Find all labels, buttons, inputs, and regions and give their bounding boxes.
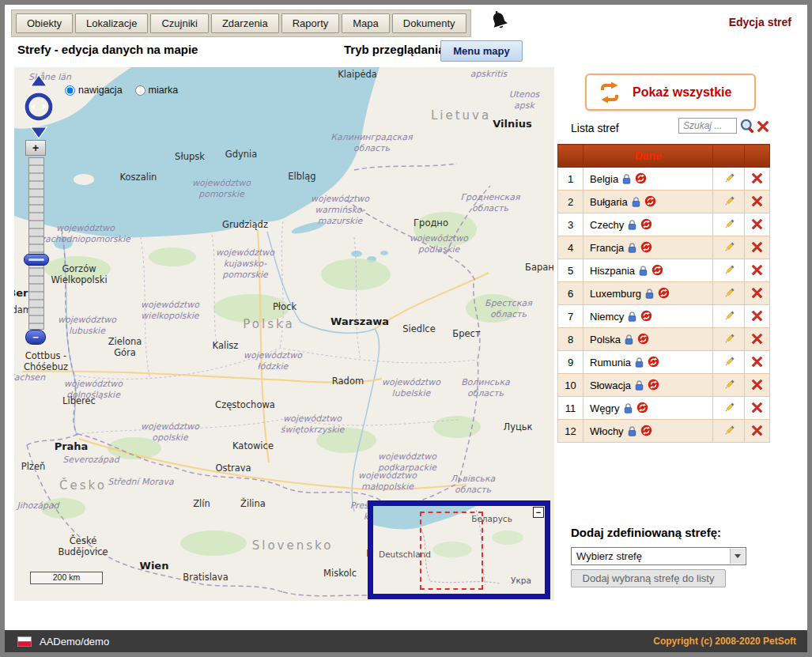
zone-name[interactable]: Hiszpania <box>590 265 635 277</box>
zoom-out-button[interactable]: − <box>25 330 46 345</box>
zone-select-dropdown[interactable]: Wybierz strefę <box>571 547 746 565</box>
edit-pencil-icon[interactable] <box>723 172 735 185</box>
zone-name[interactable]: Włochy <box>590 425 624 437</box>
zone-edit-cell <box>713 191 745 213</box>
edit-pencil-icon[interactable] <box>723 356 735 368</box>
delete-zone-icon[interactable] <box>751 333 763 345</box>
tab-czujniki[interactable]: Czujniki <box>150 13 209 33</box>
zone-name-cell: Bułgaria <box>584 191 713 213</box>
edit-pencil-icon[interactable] <box>723 241 735 254</box>
edit-pencil-icon[interactable] <box>723 379 735 391</box>
view-mode-label: Tryb przeglądania <box>344 43 445 56</box>
zone-name[interactable]: Czechy <box>590 219 624 231</box>
radio-navigation[interactable]: nawigacja <box>65 85 123 96</box>
zone-name[interactable]: Francja <box>590 242 624 254</box>
radio-navigation-input[interactable] <box>65 85 75 96</box>
delete-zone-icon[interactable] <box>751 310 763 322</box>
refresh-zone-icon[interactable] <box>651 264 663 276</box>
zone-row: 2Bułgaria <box>558 191 770 213</box>
zone-number: 11 <box>558 397 584 420</box>
refresh-zone-icon[interactable] <box>636 402 648 413</box>
delete-zone-icon[interactable] <box>751 287 763 299</box>
zone-name[interactable]: Niemcy <box>590 311 624 323</box>
zoom-slider-track[interactable] <box>28 157 44 330</box>
zoom-slider-handle[interactable] <box>24 254 49 266</box>
refresh-zone-icon[interactable] <box>640 241 652 253</box>
lock-icon <box>628 312 636 322</box>
tab-zdarzenia[interactable]: Zdarzenia <box>211 13 279 33</box>
refresh-zone-icon[interactable] <box>640 425 652 436</box>
zone-name[interactable]: Rumunia <box>590 357 631 368</box>
zone-delete-cell <box>745 259 770 282</box>
tab-lokalizacje[interactable]: Lokalizacje <box>75 13 148 33</box>
refresh-zone-icon[interactable] <box>635 172 647 184</box>
delete-zone-icon[interactable] <box>751 264 763 276</box>
zoom-in-button[interactable]: + <box>25 140 46 156</box>
refresh-zone-icon[interactable] <box>648 356 659 368</box>
refresh-zone-icon[interactable] <box>648 379 659 391</box>
lock-icon <box>635 357 644 368</box>
delete-zone-icon[interactable] <box>751 379 763 391</box>
delete-zone-icon[interactable] <box>751 425 763 436</box>
tab-dokumenty[interactable]: Dokumenty <box>392 13 466 33</box>
tab-mapa[interactable]: Mapa <box>342 13 390 33</box>
search-clear-icon[interactable] <box>757 120 769 133</box>
lock-icon <box>632 197 640 207</box>
map-menu-button[interactable]: Menu mapy <box>440 40 523 62</box>
zone-delete-cell <box>745 191 770 213</box>
refresh-zone-icon[interactable] <box>644 195 656 207</box>
zone-name[interactable]: Słowacja <box>590 379 631 391</box>
show-all-icon <box>596 79 623 106</box>
status-bar: AADemo/demo Copyright (c) 2008-2020 PetS… <box>5 630 807 652</box>
edit-pencil-icon[interactable] <box>723 264 735 277</box>
zone-name[interactable]: Węgry <box>590 402 620 414</box>
notifications-bell-icon[interactable] <box>489 10 510 32</box>
delete-zone-icon[interactable] <box>751 218 763 230</box>
delete-zone-icon[interactable] <box>751 195 763 207</box>
edit-pencil-icon[interactable] <box>723 195 735 208</box>
edit-pencil-icon[interactable] <box>723 218 735 231</box>
edit-pencil-icon[interactable] <box>723 287 735 300</box>
zone-name[interactable]: Polska <box>590 334 621 345</box>
zone-name[interactable]: Luxemburg <box>590 288 641 300</box>
map-pan-control[interactable] <box>21 74 57 140</box>
refresh-zone-icon[interactable] <box>640 310 652 322</box>
zone-name[interactable]: Belgia <box>590 173 618 185</box>
tab-raporty[interactable]: Raporty <box>281 13 340 33</box>
delete-zone-icon[interactable] <box>751 356 763 368</box>
edit-pencil-icon[interactable] <box>723 425 735 437</box>
zone-name[interactable]: Bułgaria <box>590 196 628 208</box>
overview-minimap[interactable]: DeutschlandБеларусьУкра − <box>368 500 550 599</box>
page-title: Strefy - edycja danych na mapie <box>17 43 198 56</box>
radio-measure[interactable]: miarka <box>135 85 179 96</box>
zones-list-title: Lista stref <box>571 122 619 134</box>
zone-name-cell: Belgia <box>584 168 713 191</box>
radio-measure-input[interactable] <box>135 85 145 96</box>
zone-name-cell: Czechy <box>584 213 713 236</box>
refresh-zone-icon[interactable] <box>658 287 670 299</box>
map-canvas[interactable]: Skåne länKlaipėdaapskritisUtenos apskLie… <box>14 67 554 601</box>
delete-zone-icon[interactable] <box>751 241 763 253</box>
edit-pencil-icon[interactable] <box>723 333 735 345</box>
minimap-extent-box[interactable] <box>420 512 483 590</box>
refresh-zone-icon[interactable] <box>640 218 652 230</box>
zone-number: 10 <box>558 374 584 397</box>
delete-zone-icon[interactable] <box>751 172 763 184</box>
edit-pencil-icon[interactable] <box>723 402 735 414</box>
zone-delete-cell <box>745 420 770 443</box>
delete-zone-icon[interactable] <box>751 402 763 413</box>
minimap-collapse-button[interactable]: − <box>533 507 544 518</box>
tab-obiekty[interactable]: Obiekty <box>16 13 73 33</box>
lock-icon <box>639 266 648 276</box>
edit-pencil-icon[interactable] <box>723 310 735 323</box>
zone-delete-cell <box>745 351 770 374</box>
zone-edit-cell <box>713 236 745 259</box>
search-input[interactable] <box>678 118 737 134</box>
add-selected-zone-button[interactable]: Dodaj wybraną strefę do listy <box>571 569 726 587</box>
show-all-zones-button[interactable]: Pokaż wszystkie <box>585 74 756 111</box>
zone-edit-cell <box>713 213 745 236</box>
search-icon[interactable] <box>739 118 756 134</box>
zone-row: 9Rumunia <box>558 351 770 374</box>
refresh-zone-icon[interactable] <box>637 333 649 345</box>
zone-delete-cell <box>745 374 770 397</box>
